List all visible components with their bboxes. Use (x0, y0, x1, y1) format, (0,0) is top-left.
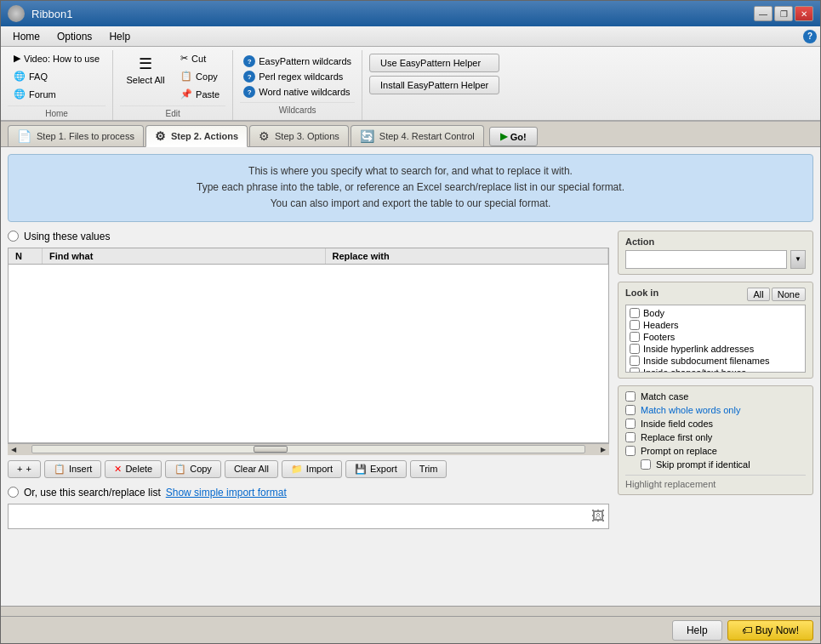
show-import-format-link[interactable]: Show simple import format (166, 487, 287, 499)
select-all-label: Select All (126, 75, 164, 85)
table-scrollbar-h[interactable]: ◀ ▶ (8, 443, 609, 455)
opt-field-codes[interactable]: Inside field codes (625, 419, 806, 429)
ribbon-group-home: ▶ Video: How to use 🌐 FAQ 🌐 Forum Home (1, 50, 113, 120)
opt-field-codes-input[interactable] (625, 419, 636, 429)
add-row-button[interactable]: + + (8, 460, 41, 478)
forum-label: Forum (29, 89, 56, 100)
faq-globe-icon: 🌐 (14, 71, 26, 82)
opt-prompt-input[interactable] (625, 446, 636, 456)
btn-bar: + + 📋 Insert ✕ Delete 📋 Copy (8, 460, 609, 478)
check-hyperlinks-input[interactable] (630, 344, 640, 354)
table-area: N Find what Replace with (8, 248, 609, 443)
scroll-right-arrow[interactable]: ▶ (597, 443, 609, 455)
select-all-button[interactable]: ☰ Select All (120, 50, 171, 89)
or-input-area[interactable]: 🖼 (8, 504, 609, 529)
or-radio-input[interactable] (8, 487, 19, 498)
perl-wildcards-button[interactable]: ? Perl regex wildcards (240, 69, 355, 84)
easypattern-label: EasyPattern wildcards (259, 56, 351, 66)
look-in-all-button[interactable]: All (747, 288, 769, 301)
delete-button[interactable]: ✕ Delete (105, 460, 162, 478)
cut-button[interactable]: ✂ Cut (174, 50, 225, 66)
scroll-track[interactable] (31, 445, 585, 453)
check-headers-input[interactable] (630, 320, 640, 330)
scroll-thumb[interactable] (254, 446, 288, 453)
opt-prompt[interactable]: Prompt on replace (625, 446, 806, 456)
opt-whole-words[interactable]: Match whole words only (625, 405, 806, 415)
bottom-scrollbar[interactable] (1, 606, 820, 616)
copy-rows-button[interactable]: 📋 Copy (165, 460, 221, 478)
table-scroll[interactable] (9, 265, 608, 442)
menu-options[interactable]: Options (48, 29, 100, 44)
or-label-row: Or, use this search/replace list Show si… (8, 487, 609, 499)
using-values-label: Using these values (24, 231, 110, 242)
restore-button[interactable]: ❐ (774, 6, 793, 21)
go-arrow-icon: ▶ (500, 131, 507, 142)
ribbon-group-edit: ☰ Select All ✂ Cut 📋 Copy 📌 Paste (113, 50, 233, 120)
delete-icon: ✕ (114, 464, 122, 475)
opt-skip-identical-input[interactable] (641, 459, 651, 470)
paste-button[interactable]: 📌 Paste (174, 86, 225, 102)
menu-help[interactable]: Help (100, 29, 139, 44)
faq-button[interactable]: 🌐 FAQ (8, 68, 105, 84)
using-values-radio-input[interactable] (8, 231, 19, 242)
opt-field-codes-label: Inside field codes (641, 419, 713, 429)
video-button[interactable]: ▶ Video: How to use (8, 50, 105, 66)
look-in-checklist: Body Headers Footers Inside hyperli (625, 305, 806, 373)
options-list: Match case Match whole words only Inside… (625, 391, 806, 470)
action-dropdown[interactable] (625, 250, 787, 269)
opt-match-case-input[interactable] (625, 391, 636, 402)
tab-step1[interactable]: 📄 Step 1. Files to process (8, 125, 144, 146)
clear-all-button[interactable]: Clear All (225, 460, 278, 478)
opt-skip-identical[interactable]: Skip prompt if identical (625, 459, 806, 470)
scroll-left-arrow[interactable]: ◀ (8, 443, 20, 455)
go-button[interactable]: ▶ Go! (489, 127, 538, 146)
highlight-label: Highlight replacement (625, 475, 806, 489)
install-helper-button[interactable]: Install EasyPattern Helper (369, 76, 499, 94)
opt-whole-words-input[interactable] (625, 405, 636, 415)
export-button[interactable]: 💾 Export (345, 460, 407, 478)
check-footers-input[interactable] (630, 332, 640, 342)
help-button[interactable]: Help (672, 620, 722, 641)
right-panel: Action ▼ Look in All None (618, 231, 813, 529)
action-dropdown-arrow[interactable]: ▼ (790, 250, 806, 269)
check-shapes: Inside shapes/text boxes (630, 367, 801, 373)
opt-match-case[interactable]: Match case (625, 391, 806, 402)
tab-step4[interactable]: 🔄 Step 4. Restart Control (351, 125, 484, 146)
options-section: Match case Match whole words only Inside… (618, 385, 813, 495)
opt-first-only-input[interactable] (625, 432, 636, 442)
import-button[interactable]: 📁 Import (282, 460, 342, 478)
easypattern-wildcards-button[interactable]: ? EasyPattern wildcards (240, 54, 355, 69)
tab-step2[interactable]: ⚙ Step 2. Actions (145, 125, 248, 147)
check-body-label: Body (643, 308, 664, 318)
check-subdoc-input[interactable] (630, 356, 640, 366)
opt-first-only[interactable]: Replace first only (625, 432, 806, 442)
content-area: Using these values N Find what Replace w… (8, 231, 813, 529)
copy-button[interactable]: 📋 Copy (174, 68, 225, 84)
buynow-button[interactable]: 🏷 Buy Now! (727, 620, 813, 641)
ribbon-home-col: ▶ Video: How to use 🌐 FAQ 🌐 Forum (8, 50, 105, 102)
close-button[interactable]: ✕ (795, 6, 813, 21)
use-helper-button[interactable]: Use EasyPattern Helper (369, 54, 499, 72)
look-in-none-button[interactable]: None (772, 288, 806, 301)
word-wildcards-button[interactable]: ? Word native wildcards (240, 84, 355, 100)
look-in-buttons: All None (747, 288, 806, 301)
opt-prompt-label: Prompt on replace (641, 446, 717, 456)
check-shapes-input[interactable] (630, 368, 640, 373)
wildcards-group-label: Wildcards (240, 102, 355, 117)
trim-button[interactable]: Trim (410, 460, 448, 478)
export-label: Export (370, 464, 397, 474)
title-bar: Ribbon1 — ❐ ✕ (1, 1, 820, 26)
cut-icon: ✂ (180, 53, 188, 64)
tab-step3[interactable]: ⚙ Step 3. Options (249, 125, 349, 146)
forum-button[interactable]: 🌐 Forum (8, 86, 105, 102)
home-group-label: Home (8, 105, 105, 120)
menu-home[interactable]: Home (4, 29, 48, 44)
check-body-input[interactable] (630, 308, 640, 318)
video-icon: ▶ (14, 53, 20, 64)
ribbon-edit-content: ☰ Select All ✂ Cut 📋 Copy 📌 Paste (120, 50, 225, 103)
insert-button[interactable]: 📋 Insert (44, 460, 102, 478)
bottom-bar: Help 🏷 Buy Now! (1, 616, 820, 643)
minimize-button[interactable]: — (754, 6, 773, 21)
help-icon[interactable]: ? (803, 30, 817, 43)
using-values-radio[interactable]: Using these values (8, 231, 609, 242)
